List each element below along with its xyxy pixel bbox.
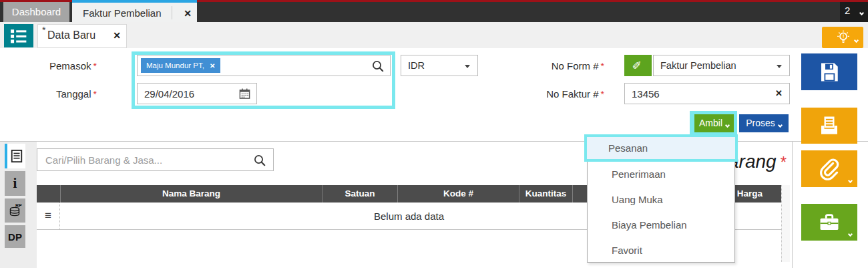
faktur-pembelian-window: Dashboard Faktur Pembelian ✕ 2 * Data Ba… xyxy=(0,0,868,268)
col-kode: Kode # xyxy=(397,185,519,203)
chevron-down-icon xyxy=(778,123,783,128)
required-asterisk: * xyxy=(93,89,97,100)
pemasok-field[interactable]: Maju Mundur PT,✕ xyxy=(137,55,391,76)
col-kuantitas: Kuantitas xyxy=(519,185,572,203)
print-button[interactable] xyxy=(801,108,857,144)
pencil-icon: ✎ xyxy=(628,60,648,70)
table-scrollbar[interactable] xyxy=(781,185,790,262)
form-type-value: Faktur Pembelian xyxy=(660,60,736,71)
pemasok-label: Pemasok* xyxy=(27,60,97,72)
currency-select[interactable]: IDR xyxy=(401,55,478,76)
tag-close-icon[interactable]: ✕ xyxy=(210,62,215,70)
required-asterisk: * xyxy=(601,89,604,100)
item-search-input[interactable]: Cari/Pilih Barang & Jasa... xyxy=(37,148,274,171)
chevron-down-icon xyxy=(725,123,730,128)
caret-down-icon xyxy=(465,65,470,68)
chevron-down-icon xyxy=(848,232,853,237)
tab-data-baru-label: Data Baru xyxy=(47,29,95,41)
tanggal-field[interactable]: 29/04/2016 xyxy=(137,83,257,104)
badge-count: 2 xyxy=(845,5,850,16)
chevron-down-icon xyxy=(848,178,853,183)
no-faktur-value: 13456 xyxy=(632,88,660,100)
tanggal-label: Tanggal* xyxy=(27,88,97,100)
info-icon: i xyxy=(13,175,17,192)
tab-faktur-pembelian[interactable]: Faktur Pembelian ✕ xyxy=(72,0,197,22)
edit-form-number-button[interactable]: ✎ xyxy=(624,55,652,76)
col-nama-barang: Nama Barang xyxy=(60,185,322,203)
side-tab-currency[interactable]: RP xyxy=(5,198,25,223)
tab-faktur-label: Faktur Pembelian xyxy=(83,5,162,22)
form-type-select[interactable]: Faktur Pembelian xyxy=(653,55,790,76)
calendar-icon[interactable] xyxy=(238,88,251,100)
no-faktur-field[interactable]: 13456 ✕ xyxy=(624,83,790,104)
list-toggle-button[interactable] xyxy=(4,24,33,47)
side-tab-dp[interactable]: DP xyxy=(5,225,25,248)
tab-divider xyxy=(172,6,172,19)
chevron-down-icon xyxy=(854,38,859,43)
no-form-label: No Form #* xyxy=(507,60,604,72)
search-icon[interactable] xyxy=(371,59,385,73)
chevron-down-icon xyxy=(859,11,864,15)
menu-item-uang-muka[interactable]: Uang Muka xyxy=(588,187,734,213)
currency-value: IDR xyxy=(408,60,425,71)
ambil-button[interactable]: Ambil xyxy=(694,114,734,132)
briefcase-icon xyxy=(817,210,842,235)
document-tab-bar xyxy=(0,22,868,48)
supplier-tag: Maju Mundur PT,✕ xyxy=(141,58,220,73)
required-asterisk: * xyxy=(601,61,604,72)
tab-data-baru[interactable]: * Data Baru ✕ xyxy=(37,24,127,48)
list-icon xyxy=(10,28,27,44)
rupiah-coins-icon: RP xyxy=(8,203,23,219)
printer-icon xyxy=(817,114,841,138)
search-icon[interactable] xyxy=(253,154,266,167)
col-drag-handle xyxy=(37,185,60,203)
menu-item-biaya-pembelian[interactable]: Biaya Pembelian xyxy=(588,213,734,238)
lightbulb-icon xyxy=(835,29,852,46)
menu-item-penerimaan[interactable]: Penerimaan xyxy=(588,162,734,187)
clear-icon[interactable]: ✕ xyxy=(775,88,783,98)
tanggal-value: 29/04/2016 xyxy=(144,88,194,100)
side-tab-info[interactable]: i xyxy=(5,171,25,196)
no-faktur-label: No Faktur #* xyxy=(507,88,604,100)
save-icon xyxy=(817,60,841,84)
document-icon xyxy=(10,149,23,164)
unsaved-marker: * xyxy=(42,25,45,35)
save-button[interactable] xyxy=(801,53,857,90)
close-icon[interactable]: ✕ xyxy=(113,30,121,41)
dp-label: DP xyxy=(8,231,22,243)
required-asterisk: * xyxy=(93,61,97,72)
menu-item-pesanan-highlighted[interactable]: Pesanan xyxy=(587,137,735,159)
paperclip-icon xyxy=(817,156,842,182)
caret-down-icon xyxy=(777,65,782,68)
required-asterisk: * xyxy=(781,153,787,171)
tab-dashboard[interactable]: Dashboard xyxy=(3,2,69,22)
notification-badge[interactable]: 2 xyxy=(840,2,868,22)
side-tab-detail[interactable] xyxy=(5,144,25,168)
menu-item-highlight-box: Pesanan xyxy=(584,134,738,162)
tools-button[interactable] xyxy=(801,204,857,241)
panel-right-border xyxy=(792,142,793,268)
proses-button[interactable]: Proses xyxy=(739,114,789,132)
tips-button[interactable] xyxy=(822,27,863,48)
search-placeholder: Cari/Pilih Barang & Jasa... xyxy=(45,154,162,166)
col-satuan: Satuan xyxy=(322,185,397,203)
svg-text:RP: RP xyxy=(15,203,22,208)
menu-item-favorit[interactable]: Favorit xyxy=(588,238,734,263)
attachment-button[interactable] xyxy=(801,150,857,187)
close-icon[interactable]: ✕ xyxy=(179,5,196,22)
